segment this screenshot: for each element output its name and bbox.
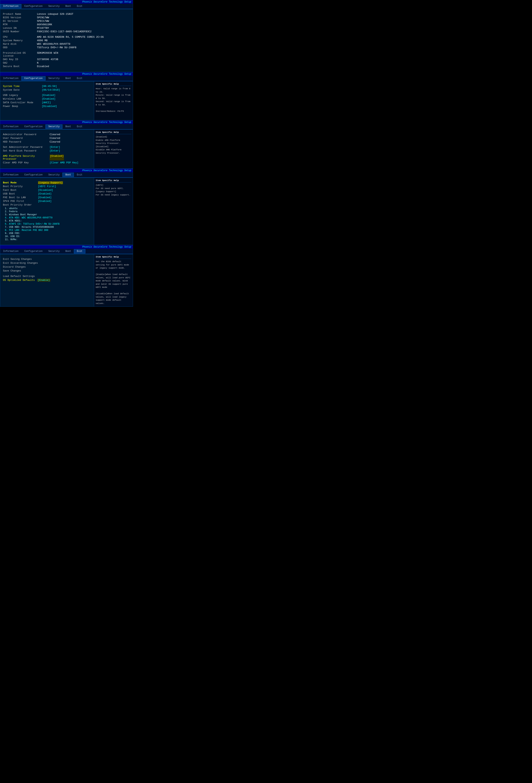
- tab-security-2[interactable]: Security: [45, 76, 63, 81]
- boot-value-mode[interactable]: [Legacy Support]: [38, 181, 63, 184]
- tab-information-2[interactable]: Information: [0, 76, 21, 81]
- boot-value-usb[interactable]: [Enabled]: [38, 192, 52, 195]
- tab-configuration-3[interactable]: Configuration: [21, 124, 45, 129]
- label-odd: ODD: [3, 46, 37, 49]
- boot-item-1[interactable]: 1. ubuntu: [5, 207, 91, 210]
- sec-row-set-hdd: Set Hard Disk Password [Enter]: [3, 149, 91, 152]
- sec-value-user-pw: Cleared: [50, 137, 60, 139]
- security-main: Administrator Password Cleared User Pass…: [0, 129, 94, 168]
- tab-boot-4[interactable]: Boot: [62, 173, 74, 177]
- tab-information-5[interactable]: Information: [0, 249, 21, 253]
- boot-panel: Phoenix SecureCore Technology Setup Info…: [0, 168, 133, 245]
- sec-value-set-hdd[interactable]: [Enter]: [50, 149, 60, 152]
- sec-value-set-admin[interactable]: [Enter]: [50, 146, 60, 149]
- config-value-time[interactable]: [06:45:50]: [42, 85, 57, 88]
- tab-configuration-5[interactable]: Configuration: [21, 249, 45, 253]
- sec-row-user-pw: User Password Cleared: [3, 137, 91, 139]
- tab-configuration-1[interactable]: Configuration: [21, 4, 45, 8]
- value-product: Lenovo ideapad 320-15AST: [37, 13, 73, 15]
- top-bar-3: Phoenix SecureCore Technology Setup: [0, 121, 133, 124]
- tab-boot-3[interactable]: Boot: [62, 124, 74, 129]
- sec-row-amd-psp: AMD Platform Security Processor [Enabled…: [3, 155, 91, 160]
- info-row-cpu: CPU AMD A6-9220 RADEON R4, 5 COMPUTE COR…: [3, 36, 130, 38]
- tab-boot-1[interactable]: Boot: [62, 4, 74, 8]
- boot-item-5[interactable]: 5. ATA HDD1:: [5, 220, 91, 222]
- tab-boot-5[interactable]: Boot: [62, 249, 74, 253]
- sec-value-clear-psp[interactable]: [Clear AMD PSP Key]: [50, 161, 79, 164]
- top-bar-title-5: Phoenix SecureCore Technology Setup: [82, 246, 131, 248]
- tab-boot-2[interactable]: Boot: [62, 76, 74, 81]
- config-value-wireless[interactable]: [Enabled]: [42, 97, 55, 100]
- config-label-power-beep: Power Beep: [3, 105, 42, 108]
- exit-saving[interactable]: Exit Saving Changes: [3, 258, 91, 261]
- boot-item-6[interactable]: 6. ATAPI CD: TSSTcorp DVD+/-RW SU-208FB: [5, 223, 91, 225]
- boot-item-2[interactable]: 2. Fedora: [5, 210, 91, 213]
- exit-discarding[interactable]: Exit Discarding Changes: [3, 261, 91, 264]
- os-optimized-value: [Enable]: [37, 279, 50, 282]
- boot-value-priority[interactable]: [UEFI First]: [38, 185, 56, 188]
- exit-help-title: Item Specific Help: [96, 256, 131, 259]
- label-uuid: UUID Number: [3, 30, 37, 33]
- exit-panel: Phoenix SecureCore Technology Setup Info…: [0, 245, 133, 307]
- tab-exit-3[interactable]: Exit: [74, 124, 85, 129]
- config-row-date: System Date [06/14/2018]: [3, 89, 91, 91]
- top-bar-1: Phoenix SecureCore Technology Setup: [0, 0, 133, 4]
- tab-information-3[interactable]: Information: [0, 124, 21, 129]
- info-row-os-license: Preinstalled OS license SDK0M26038 WIN: [3, 52, 130, 57]
- boot-item-10[interactable]: 10. USB CD:: [5, 235, 91, 238]
- boot-label-priority: Boot Priority: [3, 185, 38, 188]
- boot-item-9[interactable]: 9. USB FDD:: [5, 232, 91, 235]
- config-value-usb-legacy[interactable]: [Enabled]: [42, 94, 55, 97]
- boot-item-11[interactable]: 11. NVMe:: [5, 238, 91, 241]
- config-help-text: Hour: Valid range is from 0 to 23. Minut…: [96, 87, 131, 113]
- boot-item-7[interactable]: 7. USB HDD: Hitachi HTS545050B9A300: [5, 226, 91, 228]
- boot-value-ipv4[interactable]: [Enabled]: [38, 200, 52, 202]
- tab-information-4[interactable]: Information: [0, 173, 21, 177]
- value-ec: 5PEC17WW: [37, 20, 49, 23]
- boot-value-pxe[interactable]: [Enabled]: [38, 196, 52, 199]
- boot-label-pxe: PXE Boot to LAN: [3, 196, 38, 199]
- info-row-uuid: UUID Number F89C235C-D3E3-11E7-8A95-54E1…: [3, 30, 130, 33]
- value-uuid: F89C235C-D3E3-11E7-8A95-54E1ADDFB3C2: [37, 30, 92, 33]
- tab-security-5[interactable]: Security: [45, 249, 63, 253]
- tab-security-3[interactable]: Security: [45, 124, 63, 129]
- value-oa3: 32730596 4373B: [37, 58, 58, 61]
- tab-configuration-2[interactable]: Configuration: [21, 76, 45, 81]
- tab-information-1[interactable]: Information: [0, 4, 21, 8]
- value-mtm: 80XV001SRK: [37, 23, 52, 26]
- tab-bar-4: Information Configuration Security Boot …: [0, 172, 133, 178]
- sec-value-amd-psp[interactable]: [Enabled]: [50, 155, 64, 160]
- top-bar-title-1: Phoenix SecureCore Technology Setup: [82, 1, 131, 3]
- tab-exit-2[interactable]: Exit: [74, 76, 85, 81]
- tab-security-4[interactable]: Security: [45, 173, 63, 177]
- boot-item-4[interactable]: 4. ATA HDD: WDC WD3200LPVX-00V0TT0: [5, 216, 91, 219]
- top-bar-2: Phoenix SecureCore Technology Setup: [0, 72, 133, 76]
- label-os-license: Preinstalled OS license: [3, 52, 37, 57]
- save-changes[interactable]: Save Changes: [3, 269, 91, 272]
- sec-label-set-admin: Set Administrator Password: [3, 146, 50, 149]
- os-optimized-defaults[interactable]: OS Optimized Defaults [Enable]: [3, 279, 91, 282]
- info-row-odd: ODD TSSTcorp DVD+/-RW SU-208FB: [3, 46, 130, 49]
- config-value-date[interactable]: [06/14/2018]: [42, 89, 60, 91]
- label-mtm: MTM: [3, 23, 37, 26]
- load-default[interactable]: Load Default Settings: [3, 275, 91, 278]
- sec-label-amd-psp: AMD Platform Security Processor: [3, 155, 50, 160]
- config-value-sata[interactable]: [AHCI]: [42, 101, 51, 104]
- top-bar-4: Phoenix SecureCore Technology Setup: [0, 169, 133, 172]
- boot-row-priority: Boot Priority [UEFI First]: [3, 185, 91, 188]
- tab-security-1[interactable]: Security: [45, 4, 63, 8]
- sec-label-hdd-pw: HDD Password: [3, 140, 50, 143]
- tab-configuration-4[interactable]: Configuration: [21, 173, 45, 177]
- value-hdd: WDC WD3200LPVX-00V0TT0: [37, 42, 70, 45]
- boot-value-fast[interactable]: [Disabled]: [38, 189, 53, 192]
- tab-exit-1[interactable]: Exit: [74, 4, 85, 8]
- boot-item-8[interactable]: 8. PCI LAN: Realtek PXE B02 D00: [5, 229, 91, 232]
- info-row-oa2: OA2 N: [3, 61, 130, 64]
- tab-exit-5[interactable]: Exit: [74, 249, 85, 253]
- discard-changes[interactable]: Discard Changes: [3, 265, 91, 269]
- label-memory: System Memory: [3, 39, 37, 42]
- config-value-power-beep[interactable]: [Disabled]: [42, 105, 57, 108]
- boot-item-3[interactable]: 3. Windows Boot Manager: [5, 213, 91, 216]
- tab-bar-1: Information Configuration Security Boot …: [0, 4, 133, 9]
- tab-exit-4[interactable]: Exit: [74, 173, 85, 177]
